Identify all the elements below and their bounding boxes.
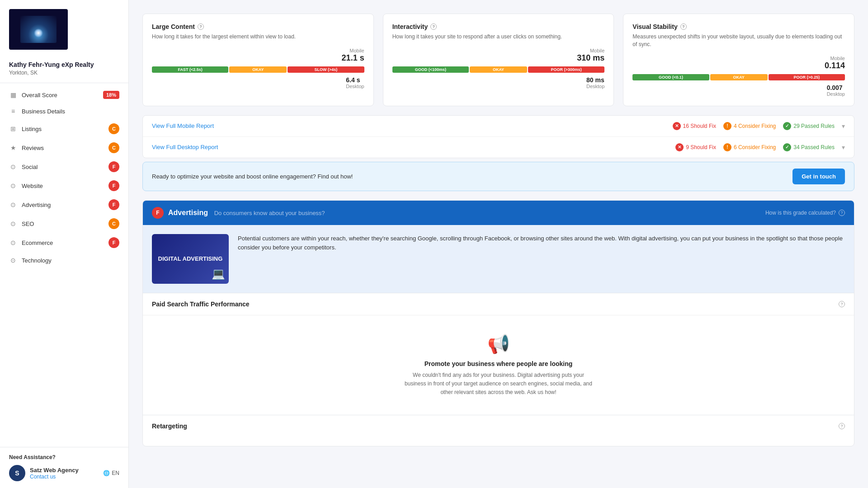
- desktop-report-row[interactable]: View Full Desktop Report ✕ 9 Should Fix …: [143, 137, 854, 158]
- seo-badge: C: [108, 218, 119, 229]
- desktop-report-chevron: ▾: [842, 144, 845, 151]
- interactivity-mobile-value: 310 ms: [577, 53, 604, 63]
- mobile-passed-rules: ✓ 29 Passed Rules: [783, 122, 835, 130]
- reviews-badge: C: [108, 142, 119, 153]
- list-icon: ≡: [9, 107, 17, 115]
- sidebar: Kathy Fehr-Yung eXp Realty Yorkton, SK ▦…: [0, 0, 129, 488]
- mobile-consider-fixing-text: 4 Consider Fixing: [734, 123, 776, 129]
- sidebar-item-reviews[interactable]: ★ Reviews C: [0, 138, 128, 157]
- desktop-passed-rules-text: 34 Passed Rules: [793, 144, 835, 150]
- advertising-grade-badge: F: [152, 207, 164, 219]
- okay-segment-2: OKAY: [470, 66, 527, 73]
- slow-segment: SLOW (>4s): [288, 66, 364, 73]
- logo-graphic: [20, 16, 57, 43]
- sidebar-item-advertising[interactable]: ⊙ Advertising F: [0, 195, 128, 214]
- sidebar-item-technology[interactable]: ⊙ Technology: [0, 252, 128, 268]
- poor-segment-2: POOR (>0.25): [769, 74, 845, 80]
- need-assistance-label: Need Assistance?: [9, 454, 119, 460]
- nav-seo-label: SEO: [22, 221, 34, 227]
- mobile-consider-fixing: ! 4 Consider Fixing: [723, 122, 776, 130]
- large-content-subtitle: How long it takes for the largest elemen…: [152, 33, 364, 41]
- desktop-should-fix: ✕ 9 Should Fix: [675, 143, 716, 151]
- good-segment-2: GOOD (<0.1): [632, 74, 709, 80]
- cta-banner: Ready to optimize your website and boost…: [142, 162, 854, 191]
- advertising-description: Potential customers are within your reac…: [238, 234, 845, 253]
- interactivity-info-icon[interactable]: ?: [430, 23, 437, 30]
- sidebar-item-overall-score[interactable]: ▦ Overall Score 18%: [0, 87, 128, 103]
- website-icon: ⊙: [9, 182, 17, 190]
- sidebar-item-ecommerce[interactable]: ⊙ Ecommerce F: [0, 233, 128, 252]
- cta-text: Ready to optimize your website and boost…: [152, 173, 353, 180]
- desktop-report-label: View Full Desktop Report: [152, 144, 675, 150]
- interactivity-mobile-label: Mobile: [577, 48, 604, 53]
- contact-us-link[interactable]: Contact us: [30, 474, 79, 480]
- large-content-mobile-label: Mobile: [342, 48, 364, 53]
- get-in-touch-button[interactable]: Get in touch: [793, 169, 845, 184]
- nav-overall-score-label: Overall Score: [22, 92, 57, 99]
- orange-warning-icon-2: !: [723, 143, 731, 151]
- how-calculated-link[interactable]: How is this grade calculated? ?: [765, 210, 845, 216]
- large-content-title: Large Content: [152, 23, 195, 30]
- sidebar-item-listings[interactable]: ⊞ Listings C: [0, 119, 128, 138]
- visual-stability-card: Visual Stability ? Measures unexpected s…: [623, 14, 854, 106]
- technology-icon: ⊙: [9, 256, 17, 264]
- paid-search-header: Paid Search Traffic Performance ?: [143, 293, 854, 315]
- nav-listings-label: Listings: [22, 126, 42, 132]
- poor-segment: POOR (>300ms): [528, 66, 604, 73]
- green-check-icon-2: ✓: [783, 143, 791, 151]
- paid-search-empty-desc: We couldn't find any ads for your busine…: [404, 371, 594, 397]
- desktop-consider-fixing: ! 6 Consider Fixing: [723, 143, 776, 151]
- visual-stability-desktop-label: Desktop: [827, 91, 845, 97]
- fast-segment: FAST (<2.5s): [152, 66, 228, 73]
- overall-score-badge: 18%: [103, 91, 119, 99]
- social-icon: ⊙: [9, 163, 17, 171]
- language-label: EN: [112, 470, 119, 476]
- large-content-card: Large Content ? How long it takes for th…: [142, 14, 374, 106]
- sidebar-item-social[interactable]: ⊙ Social F: [0, 157, 128, 176]
- listings-icon: ⊞: [9, 125, 17, 133]
- agency-avatar: S: [9, 465, 25, 481]
- nav-technology-label: Technology: [22, 257, 52, 264]
- sidebar-item-business-details[interactable]: ≡ Business Details: [0, 103, 128, 119]
- large-content-desktop-label: Desktop: [346, 84, 364, 89]
- retargeting-title: Retargeting: [152, 422, 187, 430]
- nav-business-details-label: Business Details: [22, 108, 65, 115]
- large-content-desktop-value: 6.4 s: [346, 76, 364, 84]
- sidebar-item-website[interactable]: ⊙ Website F: [0, 176, 128, 195]
- mobile-report-row[interactable]: View Full Mobile Report ✕ 16 Should Fix …: [143, 116, 854, 137]
- business-location: Yorkton, SK: [9, 70, 119, 76]
- metric-cards-grid: Large Content ? How long it takes for th…: [142, 14, 854, 106]
- desktop-passed-rules: ✓ 34 Passed Rules: [783, 143, 835, 151]
- nav-advertising-label: Advertising: [22, 202, 51, 208]
- red-x-icon-2: ✕: [675, 143, 684, 151]
- advertising-icon: ⊙: [9, 201, 17, 209]
- sidebar-item-seo[interactable]: ⊙ SEO C: [0, 214, 128, 233]
- sidebar-business-info: Kathy Fehr-Yung eXp Realty Yorkton, SK: [0, 56, 128, 83]
- report-section: View Full Mobile Report ✕ 16 Should Fix …: [142, 115, 854, 158]
- sidebar-logo-area: [0, 0, 128, 56]
- reviews-icon: ★: [9, 144, 17, 152]
- visual-stability-mobile-value: 0.114: [825, 61, 845, 70]
- business-name: Kathy Fehr-Yung eXp Realty: [9, 61, 119, 68]
- advertising-image: DIGITAL ADVERTISING 💻: [152, 234, 229, 284]
- interactivity-card: Interactivity ? How long it takes your s…: [383, 14, 614, 106]
- mobile-report-label: View Full Mobile Report: [152, 122, 673, 129]
- large-content-info-icon[interactable]: ?: [198, 23, 204, 30]
- paid-search-info-icon[interactable]: ?: [839, 301, 845, 307]
- okay-segment: OKAY: [229, 66, 287, 73]
- visual-stability-subtitle: Measures unexpected shifts in your websi…: [632, 33, 845, 48]
- visual-stability-info-icon[interactable]: ?: [680, 23, 687, 30]
- interactivity-subtitle: How long it takes your site to respond a…: [392, 33, 605, 41]
- retargeting-info-icon[interactable]: ?: [839, 423, 845, 429]
- paid-search-empty-state: 📢 Promote your business where people are…: [143, 315, 854, 415]
- nav-website-label: Website: [22, 183, 43, 189]
- main-content: Large Content ? How long it takes for th…: [129, 0, 868, 488]
- sidebar-navigation: ▦ Overall Score 18% ≡ Business Details ⊞…: [0, 83, 128, 447]
- agency-name: Satz Web Agency: [30, 467, 79, 474]
- visual-stability-title: Visual Stability: [632, 23, 677, 30]
- nav-reviews-label: Reviews: [22, 145, 44, 151]
- large-content-mobile-value: 21.1 s: [342, 53, 364, 63]
- language-selector[interactable]: 🌐 EN: [103, 470, 119, 476]
- nav-social-label: Social: [22, 164, 38, 170]
- mobile-passed-rules-text: 29 Passed Rules: [793, 123, 835, 129]
